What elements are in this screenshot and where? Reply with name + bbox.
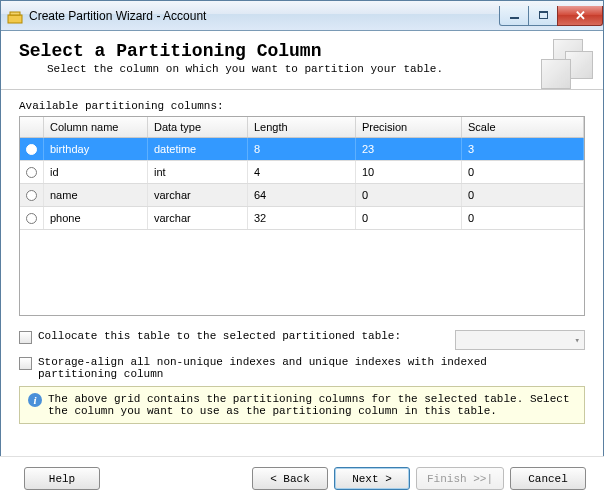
row-radio[interactable] [26,213,37,224]
back-button[interactable]: < Back [252,467,328,490]
maximize-button[interactable] [528,6,558,26]
cell-length: 64 [248,184,356,206]
cell-precision: 0 [356,184,462,206]
window-title: Create Partition Wizard - Account [29,9,206,23]
cell-datatype: datetime [148,138,248,160]
col-header-length[interactable]: Length [248,117,356,137]
cell-name: phone [44,207,148,229]
svg-rect-0 [8,15,22,23]
minimize-button[interactable] [499,6,529,26]
table-row[interactable]: namevarchar6400 [20,184,584,207]
cell-length: 8 [248,138,356,160]
row-radio[interactable] [26,167,37,178]
next-button[interactable]: Next > [334,467,410,490]
cell-precision: 0 [356,207,462,229]
cell-precision: 10 [356,161,462,183]
row-radio[interactable] [26,144,37,155]
header-graphic [531,37,593,95]
cell-scale: 3 [462,138,584,160]
cell-datatype: varchar [148,184,248,206]
table-row[interactable]: birthdaydatetime8233 [20,138,584,161]
col-header-scale[interactable]: Scale [462,117,584,137]
cancel-button[interactable]: Cancel [510,467,586,490]
wizard-header: Select a Partitioning Column Select the … [1,31,603,90]
wizard-footer: Help < Back Next > Finish >>| Cancel [0,456,604,504]
page-subtitle: Select the column on which you want to p… [47,63,585,75]
col-header-precision[interactable]: Precision [356,117,462,137]
cell-name: birthday [44,138,148,160]
svg-rect-1 [10,12,20,15]
collocate-combo[interactable]: ▾ [455,330,585,350]
chevron-down-icon: ▾ [575,335,580,346]
cell-datatype: varchar [148,207,248,229]
col-header-datatype[interactable]: Data type [148,117,248,137]
info-panel: i The above grid contains the partitioni… [19,386,585,424]
app-icon [7,8,23,24]
cell-scale: 0 [462,161,584,183]
cell-name: name [44,184,148,206]
grid-label: Available partitioning columns: [19,100,585,112]
cell-length: 32 [248,207,356,229]
collocate-checkbox[interactable] [19,331,32,344]
grid-header-row: Column name Data type Length Precision S… [20,117,584,138]
info-text: The above grid contains the partitioning… [48,393,576,417]
col-header-name[interactable]: Column name [44,117,148,137]
storage-align-checkbox[interactable] [19,357,32,370]
page-title: Select a Partitioning Column [19,41,585,61]
table-row[interactable]: idint4100 [20,161,584,184]
cell-length: 4 [248,161,356,183]
row-radio[interactable] [26,190,37,201]
title-bar: Create Partition Wizard - Account ✕ [1,1,603,31]
columns-grid[interactable]: Column name Data type Length Precision S… [19,116,585,316]
collocate-label: Collocate this table to the selected par… [38,330,401,342]
table-row[interactable]: phonevarchar3200 [20,207,584,230]
cell-precision: 23 [356,138,462,160]
cell-datatype: int [148,161,248,183]
close-button[interactable]: ✕ [557,6,603,26]
info-icon: i [28,393,42,407]
cell-scale: 0 [462,184,584,206]
storage-align-label: Storage-align all non-unique indexes and… [38,356,558,380]
cell-scale: 0 [462,207,584,229]
help-button[interactable]: Help [24,467,100,490]
finish-button: Finish >>| [416,467,504,490]
cell-name: id [44,161,148,183]
